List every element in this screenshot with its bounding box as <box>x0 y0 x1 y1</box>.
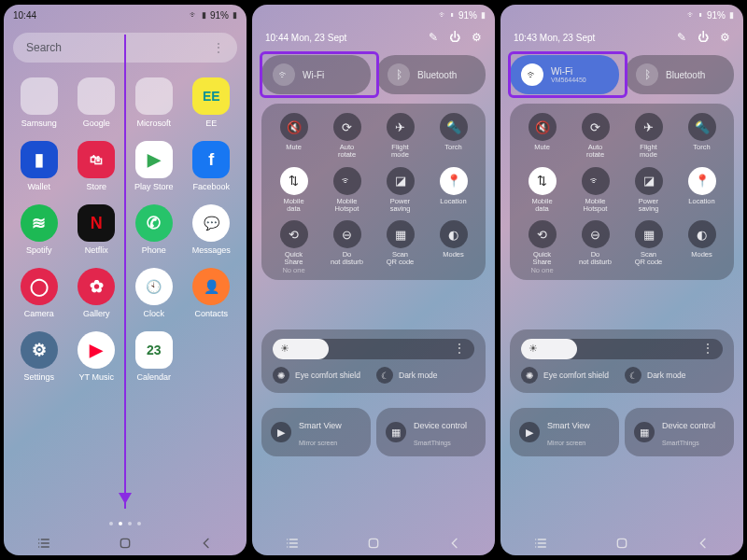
brightness-slider[interactable]: ☀ ⋮ <box>521 339 723 359</box>
app-settings[interactable]: ⚙Settings <box>13 331 65 382</box>
brightness-more-icon[interactable]: ⋮ <box>702 342 713 355</box>
signal-icon: ▮ <box>202 10 206 20</box>
dark-label: Dark mode <box>647 371 686 380</box>
app-icon: 🛍 <box>78 141 115 178</box>
device-control-card[interactable]: ▦ Device controlSmartThings <box>376 408 486 456</box>
tile-label: Flightmode <box>640 144 657 160</box>
tile-flight mode[interactable]: ✈ Flightmode <box>622 113 675 160</box>
edit-icon[interactable]: ✎ <box>429 31 438 44</box>
tile-auto rotate[interactable]: ⟳ Autorotate <box>320 113 374 160</box>
app-icon: ✿ <box>78 268 115 305</box>
wifi-tile[interactable]: ᯤ Wi-FiVM5644450 <box>510 55 619 94</box>
brightness-icon: ☀ <box>280 343 289 355</box>
bluetooth-tile[interactable]: ᛒ Bluetooth <box>376 55 486 94</box>
app-phone[interactable]: ✆Phone <box>128 204 180 255</box>
bluetooth-tile[interactable]: ᛒ Bluetooth <box>625 55 734 94</box>
smart-view-card[interactable]: ▶ Smart ViewMirror screen <box>510 408 619 456</box>
tile-power saving[interactable]: ◪ Powersaving <box>374 167 427 214</box>
search-more-icon[interactable]: ⋮ <box>213 41 224 54</box>
eye-comfort-toggle[interactable]: ✺Eye comfort shield <box>521 367 619 384</box>
nav-home-icon[interactable] <box>366 536 381 551</box>
nav-recents-icon[interactable] <box>533 536 548 551</box>
app-netflix[interactable]: NNetflix <box>71 204 123 255</box>
tile-icon: 🔇 <box>280 113 308 141</box>
status-bar: 10:44 ᯤ ▮ 91% ▮ <box>4 5 247 25</box>
app-microsoft[interactable]: Microsoft <box>128 77 180 128</box>
smart-view-card[interactable]: ▶ Smart ViewMirror screen <box>261 408 371 456</box>
nav-home-icon[interactable] <box>118 536 133 551</box>
tile-mute[interactable]: 🔇 Mute <box>267 113 320 160</box>
tile-power saving[interactable]: ◪ Powersaving <box>622 167 675 214</box>
tile-mobile hotspot[interactable]: ᯤ MobileHotspot <box>569 167 622 214</box>
panel-header: 10:43 Mon, 23 Sept ✎ ⏻ ⚙ <box>500 31 743 44</box>
app-store[interactable]: 🛍Store <box>71 141 123 191</box>
app-facebook[interactable]: fFacebook <box>186 141 238 191</box>
tile-quick share[interactable]: ⟲ QuickShareNo one <box>515 220 569 274</box>
app-icon: EE <box>192 77 230 115</box>
power-icon[interactable]: ⏻ <box>698 31 709 44</box>
tile-auto rotate[interactable]: ⟳ Autorotate <box>569 113 622 160</box>
tile-label: Flightmode <box>391 144 409 160</box>
tile-mobile data[interactable]: ⇅ Mobiledata <box>515 167 569 214</box>
tile-torch[interactable]: 🔦 Torch <box>427 113 480 160</box>
app-messages[interactable]: 💬Messages <box>186 204 238 255</box>
tile-label: Location <box>688 198 714 213</box>
tile-flight mode[interactable]: ✈ Flightmode <box>374 113 427 160</box>
tile-location[interactable]: 📍 Location <box>427 167 480 214</box>
nav-recents-icon[interactable] <box>36 536 51 551</box>
app-gallery[interactable]: ✿Gallery <box>71 268 123 318</box>
tile-modes[interactable]: ◐ Modes <box>675 220 728 274</box>
eye-comfort-toggle[interactable]: ✺Eye comfort shield <box>273 367 371 384</box>
tile-label: Powersaving <box>390 198 411 214</box>
dark-mode-toggle[interactable]: ☾Dark mode <box>376 367 474 384</box>
brightness-slider[interactable]: ☀ ⋮ <box>273 339 474 359</box>
tile-mobile data[interactable]: ⇅ Mobiledata <box>267 167 320 214</box>
tile-label: Mobiledata <box>531 198 552 214</box>
tile-scan qr code[interactable]: ▦ ScanQR code <box>374 220 427 274</box>
power-icon[interactable]: ⏻ <box>449 31 460 44</box>
tile-location[interactable]: 📍 Location <box>675 167 728 214</box>
settings-icon[interactable]: ⚙ <box>720 31 730 44</box>
app-contacts[interactable]: 👤Contacts <box>186 268 238 318</box>
app-play-store[interactable]: ▶Play Store <box>128 141 180 191</box>
app-camera[interactable]: ◯Camera <box>13 268 65 318</box>
app-clock[interactable]: 🕙Clock <box>128 268 180 318</box>
tile-do not disturb[interactable]: ⊖ Donot disturb <box>569 220 622 274</box>
nav-home-icon[interactable] <box>614 536 629 551</box>
app-wallet[interactable]: ▮Wallet <box>13 141 65 191</box>
app-spotify[interactable]: ≋Spotify <box>13 204 65 255</box>
panel-datetime: 10:43 Mon, 23 Sept <box>514 33 595 43</box>
brightness-more-icon[interactable]: ⋮ <box>454 342 465 355</box>
tile-icon: ⟲ <box>529 220 557 248</box>
dark-mode-toggle[interactable]: ☾Dark mode <box>625 367 723 384</box>
tile-scan qr code[interactable]: ▦ ScanQR code <box>622 220 675 274</box>
tile-mute[interactable]: 🔇 Mute <box>515 113 569 160</box>
tile-do not disturb[interactable]: ⊖ Donot disturb <box>320 220 374 274</box>
tile-torch[interactable]: 🔦 Torch <box>675 113 728 160</box>
tile-icon: ᯤ <box>582 167 610 195</box>
app-label: YT Music <box>79 372 114 382</box>
bluetooth-icon: ᛒ <box>388 63 410 86</box>
tile-modes[interactable]: ◐ Modes <box>427 220 480 274</box>
app-yt-music[interactable]: ▶YT Music <box>71 331 123 382</box>
tile-quick share[interactable]: ⟲ QuickShareNo one <box>267 220 320 274</box>
wifi-tile[interactable]: ᯤ Wi-Fi <box>261 55 371 94</box>
app-samsung[interactable]: Samsung <box>13 77 65 128</box>
tile-icon: ◪ <box>387 167 415 195</box>
nav-back-icon[interactable] <box>447 536 462 551</box>
settings-icon[interactable]: ⚙ <box>472 31 482 44</box>
nav-back-icon[interactable] <box>199 536 214 551</box>
nav-recents-icon[interactable] <box>285 536 300 551</box>
device-control-card[interactable]: ▦ Device controlSmartThings <box>625 408 734 456</box>
page-indicator <box>4 522 247 525</box>
app-google[interactable]: Google <box>71 77 123 128</box>
edit-icon[interactable]: ✎ <box>677 31 686 44</box>
svg-rect-0 <box>120 539 129 547</box>
brightness-card: ☀ ⋮ ✺Eye comfort shield ☾Dark mode <box>261 329 486 393</box>
smartview-title: Smart View <box>547 421 590 430</box>
signal-icon: ᯤ ▮ <box>439 10 455 20</box>
tile-mobile hotspot[interactable]: ᯤ MobileHotspot <box>320 167 374 214</box>
app-ee[interactable]: EEEE <box>186 77 238 128</box>
app-calendar[interactable]: 23Calendar <box>128 331 180 382</box>
nav-back-icon[interactable] <box>696 536 711 551</box>
